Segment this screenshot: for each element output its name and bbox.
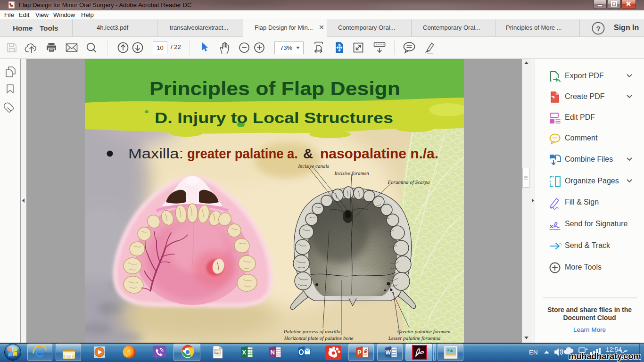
svg-text:X: X bbox=[242, 349, 247, 356]
svg-text:N: N bbox=[271, 349, 275, 356]
svg-text:Horizontal plate of palatine b: Horizontal plate of palatine bone bbox=[284, 335, 354, 341]
svg-text:Foramina of Scarpa: Foramina of Scarpa bbox=[387, 179, 430, 185]
svg-text:Principles of Flap Design: Principles of Flap Design bbox=[149, 78, 400, 99]
svg-text:Greater palatine foramen: Greater palatine foramen bbox=[397, 329, 451, 334]
svg-text:Palatine process of maxilla: Palatine process of maxilla bbox=[283, 329, 341, 334]
svg-text:D. Injury to Local Structures: D. Injury to Local Structures bbox=[155, 109, 393, 126]
svg-text:دشا: دشا bbox=[215, 351, 220, 354]
svg-text:P: P bbox=[357, 349, 362, 356]
svg-text:?: ? bbox=[596, 25, 600, 33]
svg-text:Incisive foramen: Incisive foramen bbox=[334, 170, 369, 176]
svg-text:Incisive canals: Incisive canals bbox=[297, 163, 329, 169]
svg-text:Lesser palatine foramina: Lesser palatine foramina bbox=[388, 335, 441, 341]
svg-text:Maxilla:greater palatine a.&na: Maxilla:greater palatine a.&nasopalatine… bbox=[128, 146, 438, 161]
svg-text:EN: EN bbox=[529, 349, 538, 356]
svg-text:W: W bbox=[386, 349, 391, 356]
